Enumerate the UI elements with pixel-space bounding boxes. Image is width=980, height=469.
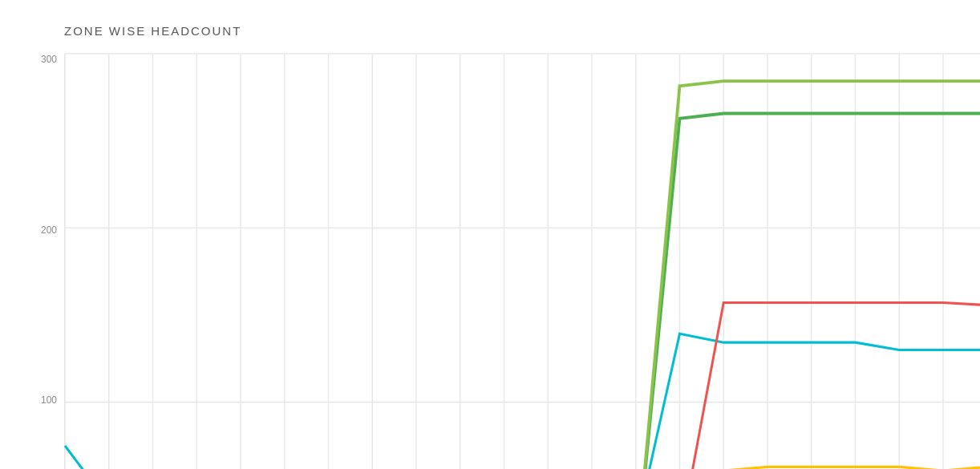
line-ife — [65, 81, 980, 469]
line-enugu — [65, 302, 980, 469]
line-lagos — [65, 334, 980, 469]
chart-body: 300 200 100 0 — [64, 54, 964, 469]
line-lekki — [65, 114, 980, 469]
chart-title: ZONE WISE HEADCOUNT — [64, 24, 964, 38]
y-label-300: 300 — [21, 54, 57, 65]
chart-area: 300 200 100 0 — [64, 54, 980, 469]
chart-svg — [65, 54, 980, 469]
y-label-200: 200 — [21, 224, 57, 236]
chart-container: ZONE WISE HEADCOUNT 300 200 100 0 — [0, 0, 980, 469]
y-axis: 300 200 100 0 — [21, 54, 57, 469]
y-label-100: 100 — [21, 394, 57, 406]
